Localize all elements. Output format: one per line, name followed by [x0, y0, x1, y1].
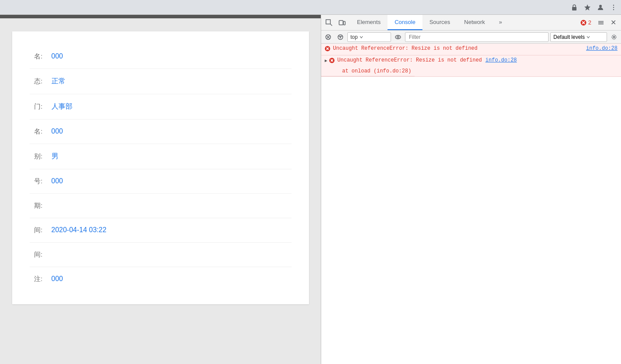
message-link-2[interactable]: info.do:28 [485, 57, 517, 63]
expand-arrow-icon[interactable]: ▶ [325, 58, 327, 63]
row-label: 态: [30, 77, 43, 86]
message-text-2: Uncaught ReferenceError: Resize is not d… [337, 57, 482, 63]
devtools-toolbar: Elements Console Sources Network » 2 [321, 15, 621, 31]
browser-chrome [0, 0, 621, 15]
page-row: 门:人事部 [30, 94, 292, 120]
browser-icons [570, 3, 618, 11]
profile-icon[interactable] [570, 3, 578, 11]
page-top-bar [0, 15, 321, 18]
devtools-tab-bar: Elements Console Sources Network » [350, 15, 509, 30]
page-row: 态:正常 [30, 69, 292, 94]
row-label: 间: [30, 226, 43, 234]
page-row: 别:男 [30, 144, 292, 169]
row-value: 000 [51, 127, 63, 135]
error-icon-2 [329, 58, 335, 65]
message-detail-2: at onload (info.do:28) [342, 68, 411, 74]
tab-more[interactable]: » [492, 15, 509, 30]
row-label: 号: [30, 177, 43, 185]
row-label: 注: [30, 275, 43, 283]
tab-console[interactable]: Console [388, 15, 422, 30]
row-value: 000 [51, 52, 63, 60]
row-value: 男 [51, 152, 58, 161]
message-text-1: Uncaught ReferenceError: Resize is not d… [333, 45, 583, 52]
row-value: 000 [51, 275, 63, 283]
clear-console-icon[interactable] [323, 32, 333, 42]
menu-icon[interactable] [610, 3, 618, 11]
tab-network[interactable]: Network [457, 15, 492, 30]
svg-point-24 [613, 36, 615, 38]
star-icon[interactable] [583, 3, 591, 11]
user-icon[interactable] [597, 3, 604, 11]
svg-marker-1 [584, 4, 590, 10]
devtools-settings-icon[interactable] [595, 17, 607, 29]
row-label: 期: [30, 202, 43, 210]
page-row: 注:000 [30, 267, 292, 291]
svg-point-4 [613, 7, 614, 7]
svg-point-3 [613, 4, 614, 5]
error-circle-icon [580, 20, 587, 26]
context-value: top [350, 34, 358, 40]
eye-icon[interactable] [393, 32, 403, 42]
svg-rect-0 [572, 7, 576, 10]
tab-sources[interactable]: Sources [422, 15, 457, 30]
page-row: 号:000 [30, 169, 292, 194]
chevron-down-icon [360, 35, 363, 39]
svg-point-22 [395, 35, 401, 39]
row-label: 间: [30, 251, 43, 259]
svg-point-2 [599, 5, 602, 7]
close-devtools-icon[interactable]: ✕ [607, 17, 619, 29]
row-label: 别: [30, 152, 43, 161]
page-row: 间: [30, 243, 292, 267]
console-messages: Uncaught ReferenceError: Resize is not d… [321, 44, 621, 364]
console-message-1: Uncaught ReferenceError: Resize is not d… [321, 44, 621, 55]
row-value: 2020-04-14 03:22 [51, 226, 106, 234]
device-toggle-icon[interactable] [336, 17, 348, 29]
svg-rect-8 [343, 21, 345, 25]
page-content-wrapper: 名:000态:正常门:人事部名:000别:男号:000期:间:2020-04-1… [0, 18, 321, 364]
row-label: 门: [30, 103, 43, 111]
error-badge[interactable]: 2 [577, 19, 595, 26]
svg-point-5 [613, 9, 614, 10]
tab-elements[interactable]: Elements [350, 15, 388, 30]
row-label: 名: [30, 127, 43, 136]
error-count: 2 [588, 19, 591, 26]
inspect-element-icon[interactable] [323, 17, 335, 29]
row-value: 000 [51, 177, 63, 185]
page-row: 期: [30, 194, 292, 218]
levels-chevron-icon [587, 35, 590, 39]
console-message-2: ▶ Uncaught ReferenceError: Resize is not… [321, 55, 621, 77]
context-selector[interactable]: top [347, 32, 391, 42]
message-link-1[interactable]: info.do:28 [586, 45, 618, 52]
svg-point-23 [397, 36, 399, 38]
main-area: 名:000态:正常门:人事部名:000别:男号:000期:间:2020-04-1… [0, 15, 621, 364]
console-settings-icon[interactable] [609, 32, 619, 42]
svg-rect-7 [339, 21, 343, 25]
error-icon-1 [325, 46, 330, 53]
page-row: 名:000 [30, 120, 292, 144]
filter-toggle-icon[interactable] [335, 32, 346, 42]
devtools-panel: Elements Console Sources Network » 2 [321, 15, 621, 364]
levels-value: Default levels [553, 34, 585, 40]
page-row: 名:000 [30, 45, 292, 69]
page-row: 间:2020-04-14 03:22 [30, 218, 292, 243]
devtools-toolbar-icons [323, 17, 348, 29]
page-card: 名:000态:正常门:人事部名:000别:男号:000期:间:2020-04-1… [12, 31, 309, 304]
row-value: 人事部 [51, 102, 72, 111]
page-area: 名:000态:正常门:人事部名:000别:男号:000期:间:2020-04-1… [0, 15, 321, 364]
row-label: 名: [30, 52, 43, 61]
row-value: 正常 [51, 77, 65, 86]
filter-input[interactable] [405, 32, 549, 42]
devtools-console-toolbar: top Default levels [321, 31, 621, 44]
svg-rect-6 [326, 20, 330, 24]
levels-selector[interactable]: Default levels [550, 32, 607, 42]
